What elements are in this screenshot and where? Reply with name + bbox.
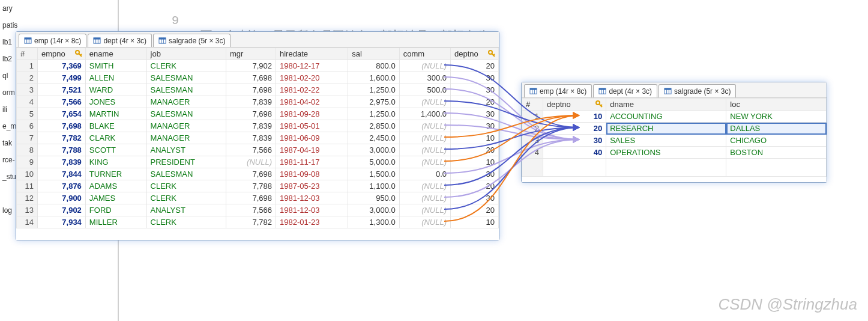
cell-dname[interactable]: OPERATIONS	[606, 147, 726, 159]
dept-grid[interactable]: #deptnodnameloc110ACCOUNTINGNEW YORK220R…	[522, 98, 827, 182]
grid-corner[interactable]: #	[522, 99, 543, 111]
cell-comm[interactable]: 0.0	[399, 168, 450, 180]
cell-loc[interactable]: NEW YORK	[726, 111, 827, 123]
cell-comm[interactable]: 1,400.0	[399, 108, 450, 120]
cell-comm[interactable]: (NULL)	[399, 180, 450, 192]
explorer-item[interactable]: ary	[0, 0, 18, 17]
cell-mgr[interactable]: 7,698	[226, 168, 276, 180]
cell-sal[interactable]: 2,975.0	[348, 96, 399, 108]
cell-loc[interactable]: CHICAGO	[726, 135, 827, 147]
table-row[interactable]: 17,369SMITHCLERK7,9021980-12-17800.0(NUL…	[17, 60, 499, 72]
cell-empno[interactable]: 7,902	[38, 204, 86, 216]
cell-job[interactable]: CLERK	[146, 192, 226, 204]
result-tab[interactable]: dept (4r × 3c)	[88, 34, 152, 47]
cell-mgr[interactable]: 7,902	[226, 60, 276, 72]
cell-empno[interactable]: 7,566	[38, 96, 86, 108]
cell-sal[interactable]: 2,450.0	[348, 132, 399, 144]
column-header-sal[interactable]: sal	[348, 48, 399, 60]
cell-hiredate[interactable]: 1987-05-23	[276, 180, 348, 192]
cell-ename[interactable]: BLAKE	[85, 120, 146, 132]
cell-mgr[interactable]: 7,566	[226, 144, 276, 156]
cell-sal[interactable]: 1,500.0	[348, 168, 399, 180]
table-row[interactable]: 220RESEARCHDALLAS	[522, 123, 827, 135]
cell-deptno[interactable]: 30	[451, 192, 499, 204]
row-number[interactable]: 8	[17, 144, 38, 156]
cell-dname[interactable]: RESEARCH	[606, 123, 726, 135]
cell-comm[interactable]: (NULL)	[399, 156, 450, 168]
cell-ename[interactable]: MARTIN	[85, 108, 146, 120]
cell-empno[interactable]: 7,788	[38, 144, 86, 156]
table-row[interactable]: 97,839KINGPRESIDENT(NULL)1981-11-175,000…	[17, 156, 499, 168]
row-number[interactable]: 3	[522, 135, 543, 147]
cell-job[interactable]: MANAGER	[146, 132, 226, 144]
cell-mgr[interactable]: 7,698	[226, 108, 276, 120]
cell-sal[interactable]: 1,250.0	[348, 84, 399, 96]
cell-job[interactable]: SALESMAN	[146, 168, 226, 180]
cell-deptno[interactable]: 10	[451, 132, 499, 144]
cell-job[interactable]: ANALYST	[146, 144, 226, 156]
cell-comm[interactable]: (NULL)	[399, 120, 450, 132]
table-row[interactable]: 127,900JAMESCLERK7,6981981-12-03950.0(NU…	[17, 192, 499, 204]
row-number[interactable]: 4	[17, 96, 38, 108]
cell-comm[interactable]: 300.0	[399, 72, 450, 84]
result-tab[interactable]: emp (14r × 8c)	[524, 84, 592, 97]
cell-hiredate[interactable]: 1981-04-02	[276, 96, 348, 108]
cell-job[interactable]: CLERK	[146, 180, 226, 192]
cell-hiredate[interactable]: 1981-09-28	[276, 108, 348, 120]
row-number[interactable]: 1	[522, 111, 543, 123]
cell-deptno[interactable]: 20	[451, 144, 499, 156]
cell-comm[interactable]: (NULL)	[399, 216, 450, 228]
cell-hiredate[interactable]: 1981-06-09	[276, 132, 348, 144]
row-number[interactable]: 5	[17, 108, 38, 120]
row-number[interactable]: 3	[17, 84, 38, 96]
row-number[interactable]: 7	[17, 132, 38, 144]
cell-sal[interactable]: 1,600.0	[348, 72, 399, 84]
cell-ename[interactable]: SCOTT	[85, 144, 146, 156]
cell-hiredate[interactable]: 1987-04-19	[276, 144, 348, 156]
cell-deptno[interactable]: 30	[451, 72, 499, 84]
column-header-comm[interactable]: comm	[399, 48, 450, 60]
cell-ename[interactable]: WARD	[85, 84, 146, 96]
cell-deptno[interactable]: 20	[543, 123, 606, 135]
column-header-job[interactable]: job	[146, 48, 226, 60]
cell-deptno[interactable]: 10	[543, 111, 606, 123]
cell-empno[interactable]: 7,934	[38, 216, 86, 228]
cell-hiredate[interactable]: 1981-11-17	[276, 156, 348, 168]
cell-mgr[interactable]: (NULL)	[226, 156, 276, 168]
cell-deptno[interactable]: 30	[451, 108, 499, 120]
cell-dname[interactable]: SALES	[606, 135, 726, 147]
cell-hiredate[interactable]: 1981-12-03	[276, 204, 348, 216]
cell-sal[interactable]: 1,300.0	[348, 216, 399, 228]
cell-ename[interactable]: SMITH	[85, 60, 146, 72]
cell-sal[interactable]: 3,000.0	[348, 144, 399, 156]
cell-empno[interactable]: 7,876	[38, 180, 86, 192]
emp-grid[interactable]: #empnoenamejobmgrhiredatesalcommdeptno17…	[16, 47, 499, 240]
cell-sal[interactable]: 2,850.0	[348, 120, 399, 132]
cell-empno[interactable]: 7,900	[38, 192, 86, 204]
column-header-mgr[interactable]: mgr	[226, 48, 276, 60]
cell-deptno[interactable]: 20	[451, 96, 499, 108]
cell-ename[interactable]: ALLEN	[85, 72, 146, 84]
cell-deptno[interactable]: 10	[451, 156, 499, 168]
cell-mgr[interactable]: 7,698	[226, 84, 276, 96]
cell-job[interactable]: SALESMAN	[146, 72, 226, 84]
cell-hiredate[interactable]: 1981-05-01	[276, 120, 348, 132]
cell-sal[interactable]: 5,000.0	[348, 156, 399, 168]
column-header-loc[interactable]: loc	[726, 99, 827, 111]
cell-sal[interactable]: 1,250.0	[348, 108, 399, 120]
row-number[interactable]: 14	[17, 216, 38, 228]
column-header-deptno[interactable]: deptno	[451, 48, 499, 60]
cell-ename[interactable]: TURNER	[85, 168, 146, 180]
cell-ename[interactable]: KING	[85, 156, 146, 168]
cell-ename[interactable]: CLARK	[85, 132, 146, 144]
table-row[interactable]: 107,844TURNERSALESMAN7,6981981-09-081,50…	[17, 168, 499, 180]
row-number[interactable]: 10	[17, 168, 38, 180]
cell-mgr[interactable]: 7,839	[226, 132, 276, 144]
table-row[interactable]: 57,654MARTINSALESMAN7,6981981-09-281,250…	[17, 108, 499, 120]
table-row[interactable]: 77,782CLARKMANAGER7,8391981-06-092,450.0…	[17, 132, 499, 144]
cell-comm[interactable]: (NULL)	[399, 204, 450, 216]
table-row[interactable]: 27,499ALLENSALESMAN7,6981981-02-201,600.…	[17, 72, 499, 84]
cell-mgr[interactable]: 7,566	[226, 204, 276, 216]
table-row[interactable]: 67,698BLAKEMANAGER7,8391981-05-012,850.0…	[17, 120, 499, 132]
cell-empno[interactable]: 7,782	[38, 132, 86, 144]
